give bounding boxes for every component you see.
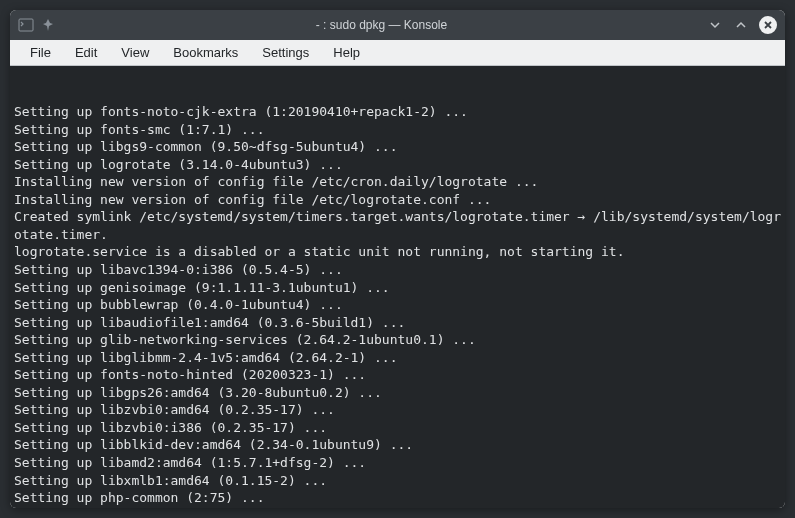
terminal-line: Setting up glib-networking-services (2.6… xyxy=(14,331,781,349)
terminal-line: Setting up logrotate (3.14.0-4ubuntu3) .… xyxy=(14,156,781,174)
terminal-line: Setting up libglibmm-2.4-1v5:amd64 (2.64… xyxy=(14,349,781,367)
menu-file[interactable]: File xyxy=(18,41,63,64)
menubar: File Edit View Bookmarks Settings Help xyxy=(10,40,785,66)
terminal-line: Setting up fonts-smc (1:7.1) ... xyxy=(14,121,781,139)
menu-settings[interactable]: Settings xyxy=(250,41,321,64)
titlebar-left xyxy=(18,17,56,33)
pin-icon[interactable] xyxy=(40,17,56,33)
terminal-line: Setting up fonts-noto-hinted (20200323-1… xyxy=(14,366,781,384)
minimize-button[interactable] xyxy=(707,17,723,33)
terminal-line: Created symlink /etc/systemd/system/time… xyxy=(14,208,781,243)
window-title: - : sudo dpkg — Konsole xyxy=(56,18,707,32)
terminal-line: Setting up libamd2:amd64 (1:5.7.1+dfsg-2… xyxy=(14,454,781,472)
terminal-line: Setting up libgps26:amd64 (3.20-8ubuntu0… xyxy=(14,384,781,402)
terminal-line: Setting up bubblewrap (0.4.0-1ubuntu4) .… xyxy=(14,296,781,314)
menu-bookmarks[interactable]: Bookmarks xyxy=(161,41,250,64)
titlebar[interactable]: - : sudo dpkg — Konsole xyxy=(10,10,785,40)
terminal-output[interactable]: Setting up fonts-noto-cjk-extra (1:20190… xyxy=(10,66,785,508)
maximize-button[interactable] xyxy=(733,17,749,33)
menu-view[interactable]: View xyxy=(109,41,161,64)
terminal-line: Setting up fonts-noto-cjk-extra (1:20190… xyxy=(14,103,781,121)
terminal-line: Setting up libblkid-dev:amd64 (2.34-0.1u… xyxy=(14,436,781,454)
terminal-line: Setting up genisoimage (9:1.1.11-3.1ubun… xyxy=(14,279,781,297)
close-button[interactable] xyxy=(759,16,777,34)
menu-help[interactable]: Help xyxy=(321,41,372,64)
konsole-window: - : sudo dpkg — Konsole File Edit View B… xyxy=(10,10,785,508)
terminal-line: Setting up libzvbi0:amd64 (0.2.35-17) ..… xyxy=(14,401,781,419)
menu-edit[interactable]: Edit xyxy=(63,41,109,64)
terminal-line: Setting up libzvbi0:i386 (0.2.35-17) ... xyxy=(14,419,781,437)
terminal-line: Installing new version of config file /e… xyxy=(14,173,781,191)
terminal-line: logrotate.service is a disabled or a sta… xyxy=(14,243,781,261)
window-controls xyxy=(707,16,777,34)
terminal-line: Setting up libaudiofile1:amd64 (0.3.6-5b… xyxy=(14,314,781,332)
terminal-line: Setting up libxmlb1:amd64 (0.1.15-2) ... xyxy=(14,472,781,490)
svg-rect-0 xyxy=(19,19,33,31)
terminal-app-icon xyxy=(18,17,34,33)
terminal-lines: Setting up fonts-noto-cjk-extra (1:20190… xyxy=(14,103,781,507)
terminal-line: Setting up libgs9-common (9.50~dfsg-5ubu… xyxy=(14,138,781,156)
terminal-line: Installing new version of config file /e… xyxy=(14,191,781,209)
terminal-line: Setting up libavc1394-0:i386 (0.5.4-5) .… xyxy=(14,261,781,279)
terminal-line: Setting up php-common (2:75) ... xyxy=(14,489,781,507)
